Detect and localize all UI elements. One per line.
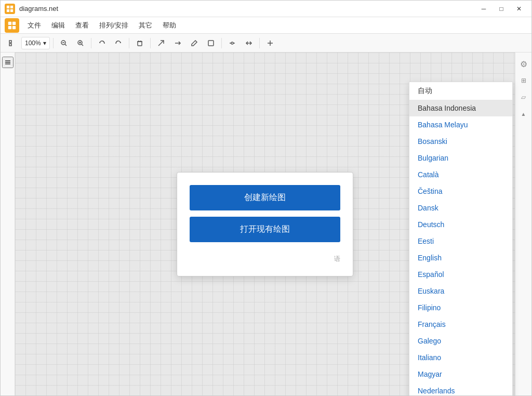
- lang-item-5[interactable]: Čeština: [409, 183, 512, 200]
- svg-rect-17: [138, 42, 142, 46]
- svg-line-14: [82, 44, 83, 46]
- main-window: diagrams.net ─ □ ✕ 文件 编辑 查看 排列/安排 其它 帮助: [0, 0, 532, 396]
- menu-arrange[interactable]: 排列/安排: [95, 19, 132, 32]
- app-menu-icon[interactable]: [5, 18, 19, 33]
- window-controls: ─ □ ✕: [475, 2, 527, 16]
- dialog-footer: 语: [190, 255, 340, 263]
- title-bar-left: diagrams.net: [5, 4, 58, 14]
- lang-item-12[interactable]: Filipino: [409, 299, 512, 316]
- shape-button[interactable]: [204, 36, 218, 50]
- minimize-button[interactable]: ─: [475, 2, 492, 16]
- svg-line-11: [65, 44, 66, 46]
- menu-help[interactable]: 帮助: [158, 19, 180, 32]
- app-logo: [5, 4, 15, 14]
- collapse-button[interactable]: [242, 36, 256, 50]
- menu-bar: 文件 编辑 查看 排列/安排 其它 帮助: [1, 17, 531, 34]
- open-diagram-button[interactable]: 打开现有绘图: [190, 217, 340, 242]
- svg-rect-7: [12, 25, 16, 29]
- title-bar: diagrams.net ─ □ ✕: [1, 1, 531, 17]
- lang-item-3[interactable]: Bulgarian: [409, 150, 512, 166]
- right-panel-collapse[interactable]: ▱: [516, 90, 531, 104]
- sidebar-collapse-btn[interactable]: [2, 57, 14, 68]
- menu-view[interactable]: 查看: [71, 19, 93, 32]
- maximize-button[interactable]: □: [493, 2, 510, 16]
- waypoint-button[interactable]: [225, 36, 240, 50]
- lang-item-6[interactable]: Dansk: [409, 200, 512, 216]
- lang-item-1[interactable]: Bahasa Melayu: [409, 116, 512, 133]
- main-area: 创建新绘图 打开现有绘图 语 ⚙ ⊞ ▱ ▲ 自动 Bahasa Indones…: [1, 52, 531, 395]
- svg-rect-6: [8, 25, 11, 29]
- right-panel: ⚙ ⊞ ▱ ▲: [515, 52, 531, 395]
- toolbar-select[interactable]: [5, 36, 19, 50]
- connection-button[interactable]: [170, 36, 185, 50]
- close-button[interactable]: ✕: [511, 2, 527, 16]
- delete-button[interactable]: [132, 36, 147, 50]
- arrow-button[interactable]: [154, 36, 168, 50]
- svg-rect-0: [7, 5, 9, 8]
- svg-rect-32: [5, 63, 10, 64]
- toolbar: 100% ▾: [1, 34, 531, 52]
- svg-line-21: [158, 41, 164, 46]
- lang-item-13[interactable]: Français: [409, 316, 512, 333]
- svg-rect-9: [9, 44, 11, 46]
- undo-button[interactable]: [95, 36, 109, 50]
- zoom-value: 100%: [25, 39, 41, 47]
- lang-item-0[interactable]: Bahasa Indonesia: [409, 100, 512, 116]
- lang-item-14[interactable]: Galego: [409, 333, 512, 349]
- lang-item-9[interactable]: English: [409, 249, 512, 266]
- menu-file[interactable]: 文件: [23, 19, 45, 32]
- welcome-dialog: 创建新绘图 打开现有绘图 语: [177, 172, 353, 276]
- language-dropdown[interactable]: 自动 Bahasa Indonesia Bahasa Melayu Bosans…: [409, 82, 513, 395]
- svg-rect-1: [10, 5, 13, 8]
- zoom-display[interactable]: 100% ▾: [21, 37, 50, 49]
- toolbar-separator-1: [53, 38, 54, 48]
- left-sidebar: [1, 52, 15, 395]
- svg-rect-4: [8, 21, 11, 24]
- zoom-in-button[interactable]: [73, 36, 88, 50]
- pencil-button[interactable]: [187, 36, 202, 50]
- lang-item-auto[interactable]: 自动: [409, 82, 512, 100]
- svg-rect-5: [12, 21, 16, 24]
- lang-item-10[interactable]: Español: [409, 266, 512, 283]
- toolbar-separator-4: [150, 38, 151, 48]
- right-panel-expand[interactable]: ⊞: [516, 73, 531, 88]
- lang-item-2[interactable]: Bosanski: [409, 133, 512, 150]
- lang-item-16[interactable]: Magyar: [409, 366, 512, 382]
- lang-item-15[interactable]: Italiano: [409, 349, 512, 366]
- zoom-out-button[interactable]: [57, 36, 71, 50]
- toolbar-separator-6: [259, 38, 260, 48]
- right-panel-up[interactable]: ▲: [516, 107, 531, 121]
- svg-rect-2: [7, 9, 9, 11]
- lang-item-7[interactable]: Deutsch: [409, 216, 512, 233]
- menu-edit[interactable]: 编辑: [47, 19, 69, 32]
- toolbar-separator-3: [129, 38, 129, 48]
- app-title: diagrams.net: [19, 5, 58, 12]
- svg-rect-23: [208, 41, 214, 46]
- svg-rect-31: [5, 62, 10, 63]
- create-diagram-button[interactable]: 创建新绘图: [190, 185, 340, 210]
- toolbar-separator-2: [91, 38, 91, 48]
- redo-button[interactable]: [111, 36, 126, 50]
- right-panel-gear[interactable]: ⚙: [516, 57, 531, 71]
- toolbar-separator-5: [221, 38, 222, 48]
- svg-rect-8: [9, 41, 11, 43]
- zoom-dropdown-icon: ▾: [43, 39, 46, 47]
- svg-rect-3: [10, 9, 13, 11]
- svg-point-26: [231, 42, 233, 44]
- menu-extra[interactable]: 其它: [135, 19, 156, 32]
- lang-item-8[interactable]: Eesti: [409, 233, 512, 249]
- lang-item-17[interactable]: Nederlands: [409, 382, 512, 395]
- footer-text: 语: [334, 255, 340, 262]
- svg-rect-30: [5, 60, 10, 61]
- add-button[interactable]: [263, 36, 277, 50]
- lang-item-4[interactable]: Català: [409, 166, 512, 183]
- lang-item-11[interactable]: Euskara: [409, 283, 512, 299]
